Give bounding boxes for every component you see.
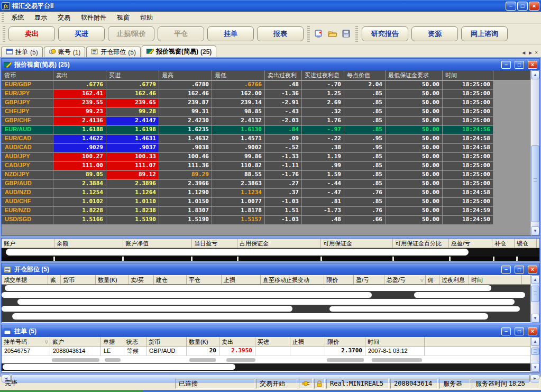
quote-cell-ask[interactable]: 1.1264	[106, 189, 159, 198]
menu-item-软件附件[interactable]: 软件附件	[76, 12, 112, 24]
quote-row-EUR/JPY[interactable]: EUR/JPY162.41162.46162.46162.00-1.361.25…	[2, 90, 530, 99]
menu-item-交易[interactable]: 交易	[52, 12, 76, 24]
orders-column-header-2[interactable]: 单据	[101, 337, 124, 346]
close-button[interactable]: ×	[529, 2, 539, 11]
quote-scroll-track[interactable]	[531, 79, 539, 226]
quote-close-button[interactable]: ×	[528, 61, 537, 69]
quote-cell-ask[interactable]: .9037	[106, 144, 159, 153]
quote-column-header-1[interactable]: 卖出	[53, 70, 106, 81]
scroll-up-icon[interactable]: ▲	[531, 337, 539, 346]
menu-item-视窗[interactable]: 视窗	[112, 12, 135, 24]
quote-cell-bid[interactable]: 1.6188	[53, 126, 106, 135]
tab-close-icon[interactable]: ×	[535, 50, 538, 56]
quote-cell-ask[interactable]: 239.65	[106, 99, 159, 108]
quote-cell-bid[interactable]: 239.55	[53, 99, 106, 108]
quote-cell-ask[interactable]: 111.07	[106, 162, 159, 171]
quote-row-AUD/JPY[interactable]: AUD/JPY100.27100.33100.4699.86-1.331.19.…	[2, 153, 530, 162]
quote-cell-ask[interactable]: 162.46	[106, 90, 159, 99]
quote-cell-ask[interactable]: 1.4631	[106, 135, 159, 144]
quote-column-header-0[interactable]: 货币	[2, 70, 53, 81]
quote-cell-bid[interactable]: 1.5166	[53, 216, 106, 225]
toolbar-button-止损/限价[interactable]: 止损/限价	[108, 26, 154, 41]
positions-column-header-6[interactable]: 平仓	[187, 275, 222, 284]
positions-column-header-0[interactable]: 成交单据	[2, 275, 48, 284]
quote-row-EUR/AUD[interactable]: EUR/AUD1.61881.61981.62351.6130.84-.97.8…	[2, 126, 530, 135]
quote-minimize-button[interactable]: –	[501, 61, 511, 69]
toolbar-button-资源[interactable]: 资源	[411, 26, 458, 41]
account-column-header-4[interactable]: 占用保证金	[237, 239, 321, 248]
tab-prev-icon[interactable]: ◄	[521, 50, 526, 56]
orders-column-header-4[interactable]: 货币	[146, 337, 187, 346]
quote-row-NZD/JPY[interactable]: NZD/JPY89.0589.1289.2988.55-1.761.59.855…	[2, 171, 530, 180]
orders-column-header-6[interactable]: 卖出	[219, 337, 255, 346]
positions-maximize-button[interactable]: □	[515, 266, 524, 274]
orders-column-header-8[interactable]: 止损	[290, 337, 325, 346]
toolbar-button-报表[interactable]: 报表	[257, 26, 304, 41]
positions-column-header-2[interactable]: 货币	[61, 275, 96, 284]
quote-cell-ask[interactable]: 2.3896	[106, 180, 159, 189]
quote-cell-bid[interactable]: 100.27	[53, 153, 106, 162]
toolbar-button-网上谘询[interactable]: 网上谘询	[461, 26, 508, 41]
orders-column-header-10[interactable]: 时间	[365, 337, 425, 346]
account-column-header-3[interactable]: 当日盈亏	[192, 239, 237, 248]
menu-grip[interactable]	[2, 13, 4, 22]
tab-挂单[interactable]: 挂单(5)	[1, 47, 43, 57]
quote-cell-bid[interactable]: .6776	[53, 81, 106, 90]
orders-column-header-0[interactable]: 挂单号码▽	[2, 337, 50, 346]
quote-row-CAD/JPY[interactable]: CAD/JPY111.00111.07111.36110.82-1.11.99.…	[2, 162, 530, 171]
account-column-header-6[interactable]: 可用保证金百分比	[393, 239, 449, 248]
quote-row-AUD/CAD[interactable]: AUD/CAD.9029.9037.9038.9002-.52.38.9550.…	[2, 144, 530, 153]
orders-maximize-button[interactable]: □	[515, 327, 524, 335]
positions-column-header-11[interactable]: 总盈/亏▽	[384, 275, 426, 284]
quote-row-EUR/CAD[interactable]: EUR/CAD1.46221.46311.46321.4571.09-.22.9…	[2, 135, 530, 144]
quote-cell-bid[interactable]: 2.3884	[53, 180, 106, 189]
scroll-down-icon[interactable]: ▼	[531, 314, 539, 323]
quote-column-header-5[interactable]: 卖出过夜利息	[265, 70, 302, 81]
report-monitor-icon[interactable]	[313, 28, 325, 40]
orders-scroll-thumb[interactable]	[531, 348, 539, 355]
quote-cell-bid[interactable]: .9029	[53, 144, 106, 153]
quote-column-header-9[interactable]: 时间	[443, 70, 493, 81]
save-icon[interactable]	[340, 28, 353, 40]
scroll-up-icon[interactable]: ▲	[531, 70, 539, 79]
quote-column-header-6[interactable]: 买进过夜利息	[302, 70, 344, 81]
toolbar-button-研究报告[interactable]: 研究报告	[362, 26, 408, 41]
quote-row-GBP/AUD[interactable]: GBP/AUD2.38842.38962.39662.3863.27-.44.8…	[2, 180, 530, 189]
menu-item-帮助[interactable]: 帮助	[135, 12, 158, 24]
quote-scroll-thumb[interactable]	[531, 145, 539, 222]
quote-cell-ask[interactable]: 2.4147	[106, 117, 159, 126]
quote-row-GBP/JPY[interactable]: GBP/JPY239.55239.65239.87239.14-2.912.69…	[2, 99, 530, 108]
positions-column-header-3[interactable]: 数量(K)	[96, 275, 129, 284]
positions-scroll-track[interactable]	[531, 284, 539, 314]
quote-row-EUR/GBP[interactable]: EUR/GBP.6776.6779.6780.6766.48-.702.0450…	[2, 81, 530, 90]
scroll-down-icon[interactable]: ▼	[531, 226, 539, 235]
orders-close-button[interactable]: ×	[528, 327, 537, 335]
quote-cell-ask[interactable]: 1.0110	[106, 198, 159, 207]
quote-row-CHF/JPY[interactable]: CHF/JPY99.2399.2899.3198.85-.43.32.8550.…	[2, 108, 530, 117]
restore-button[interactable]: □	[517, 2, 528, 11]
toolbar-button-买进[interactable]: 买进	[58, 26, 105, 41]
quote-column-header-4[interactable]: 最低	[212, 70, 265, 81]
quote-cell-ask[interactable]: 99.28	[106, 108, 159, 117]
order-row-20546757[interactable]: 205467572088043614LE等候GBP/AUD202.39502.3…	[2, 347, 530, 356]
positions-column-header-10[interactable]: 盈/亏	[354, 275, 384, 284]
quote-cell-ask[interactable]: .6779	[106, 81, 159, 90]
positions-close-button[interactable]: ×	[528, 266, 537, 274]
orders-column-header-9[interactable]: 限价	[325, 337, 365, 346]
tab-开仓部位[interactable]: 开仓部位(5)	[86, 47, 141, 57]
quote-cell-bid[interactable]: 89.05	[53, 171, 106, 180]
quote-column-header-8[interactable]: 最低保证金要求	[386, 70, 443, 81]
quote-column-header-2[interactable]: 买进	[106, 70, 159, 81]
quote-cell-bid[interactable]: 99.23	[53, 108, 106, 117]
positions-column-header-1[interactable]: 账	[48, 275, 61, 284]
menu-item-系统[interactable]: 系统	[6, 12, 29, 24]
toolbar-button-挂单[interactable]: 挂单	[207, 26, 254, 41]
quote-cell-bid[interactable]: 1.8228	[53, 207, 106, 216]
scroll-down-icon[interactable]: ▼	[531, 363, 539, 372]
quote-cell-bid[interactable]: 1.1254	[53, 189, 106, 198]
menu-item-显示[interactable]: 显示	[29, 12, 52, 24]
toolbar-button-平仓[interactable]: 平仓	[158, 26, 204, 41]
toolbar-button-卖出[interactable]: 卖出	[8, 26, 55, 41]
orders-minimize-button[interactable]: –	[501, 327, 511, 335]
quote-cell-bid[interactable]: 111.00	[53, 162, 106, 171]
